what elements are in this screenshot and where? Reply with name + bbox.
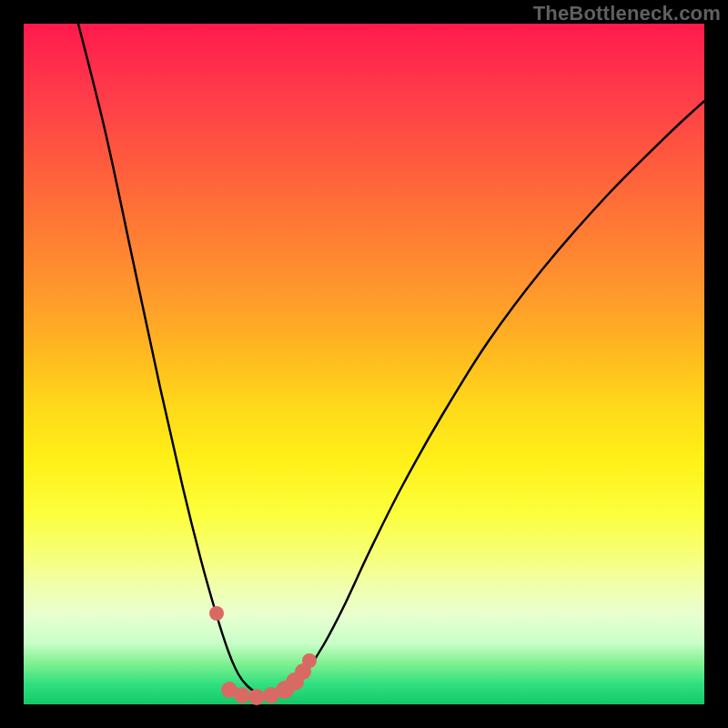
curve-marker bbox=[302, 653, 317, 668]
curve-marker bbox=[234, 687, 250, 703]
curve-marker bbox=[248, 689, 265, 705]
watermark-text: TheBottleneck.com bbox=[533, 2, 721, 25]
chart-svg bbox=[24, 24, 704, 704]
chart-frame bbox=[24, 24, 704, 704]
curve-markers bbox=[209, 606, 317, 705]
curve-marker bbox=[209, 606, 224, 621]
bottleneck-curve bbox=[78, 24, 704, 695]
